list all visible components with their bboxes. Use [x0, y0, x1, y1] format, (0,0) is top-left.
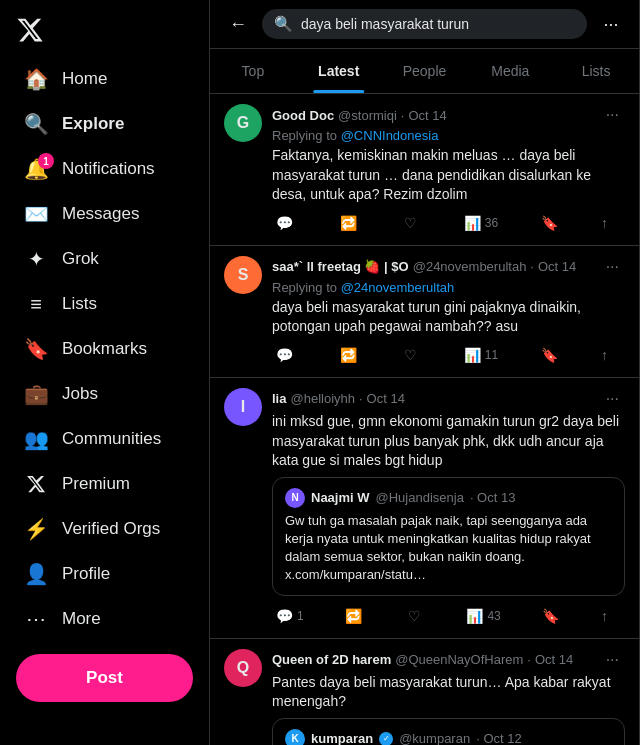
premium-icon — [24, 472, 48, 496]
tab-latest[interactable]: Latest — [296, 49, 382, 93]
sidebar-item-grok[interactable]: ✦ Grok — [8, 237, 201, 281]
tab-lists[interactable]: Lists — [553, 49, 639, 93]
sidebar: 🏠 Home 🔍 Explore 🔔 Notifications 1 ✉️ Me… — [0, 0, 210, 745]
reply-button[interactable]: 💬 1 — [272, 604, 308, 628]
bookmark-icon: 🔖 — [541, 215, 558, 231]
notifications-label: Notifications — [62, 159, 155, 179]
share-button[interactable]: ↑ — [597, 211, 612, 235]
jobs-label: Jobs — [62, 384, 98, 404]
tweet-text: Faktanya, kemiskinan makin meluas … daya… — [272, 146, 625, 205]
more-label: More — [62, 609, 101, 629]
views-button[interactable]: 📊 43 — [462, 604, 504, 628]
tweet-options-button[interactable]: ··· — [600, 388, 625, 410]
tweet-avatar: I — [224, 388, 262, 426]
views-icon: 📊 — [464, 347, 481, 363]
views-icon: 📊 — [464, 215, 481, 231]
sidebar-item-bookmarks[interactable]: 🔖 Bookmarks — [8, 327, 201, 371]
tweet-handle: @QueenNayOfHarem — [395, 652, 523, 667]
more-icon: ⋯ — [24, 607, 48, 631]
sidebar-item-messages[interactable]: ✉️ Messages — [8, 192, 201, 236]
retweet-icon: 🔁 — [345, 608, 362, 624]
home-icon: 🏠 — [24, 67, 48, 91]
quoted-avatar: N — [285, 488, 305, 508]
bookmark-button[interactable]: 🔖 — [537, 343, 562, 367]
retweet-button[interactable]: 🔁 — [336, 211, 365, 235]
sidebar-item-communities[interactable]: 👥 Communities — [8, 417, 201, 461]
reply-to-handle[interactable]: @24novemberultah — [341, 280, 455, 295]
retweet-button[interactable]: 🔁 — [336, 343, 365, 367]
quoted-handle: @Hujandisenja — [376, 490, 464, 505]
tweet-name: lia — [272, 391, 286, 406]
tweet-handle: @stormiqi — [338, 108, 397, 123]
share-icon: ↑ — [601, 608, 608, 624]
sidebar-item-lists[interactable]: ≡ Lists — [8, 282, 201, 326]
communities-label: Communities — [62, 429, 161, 449]
tweet-meta: saa*` ll freetag 🍓 | $O @24novemberultah… — [272, 259, 576, 274]
sidebar-item-notifications[interactable]: 🔔 Notifications 1 — [8, 147, 201, 191]
sidebar-item-more[interactable]: ⋯ More — [8, 597, 201, 641]
reply-icon: 💬 — [276, 608, 293, 624]
quoted-date: · Oct 13 — [470, 490, 516, 505]
tweet-content: lia @helloiyhh · Oct 14 ··· ini mksd gue… — [272, 388, 625, 628]
share-button[interactable]: ↑ — [597, 604, 612, 628]
tweet-feed: G Good Doc @stormiqi · Oct 14 ··· Replyi… — [210, 94, 639, 745]
quoted-name: Naajmi W — [311, 490, 370, 505]
post-button[interactable]: Post — [16, 654, 193, 702]
grok-label: Grok — [62, 249, 99, 269]
tweet-name: Good Doc — [272, 108, 334, 123]
views-icon: 📊 — [466, 608, 483, 624]
tweet-avatar: Q — [224, 649, 262, 687]
sidebar-item-jobs[interactable]: 💼 Jobs — [8, 372, 201, 416]
verified-badge: ✓ — [379, 732, 393, 745]
tweet-text: Pantes daya beli masyarakat turun… Apa k… — [272, 673, 625, 712]
tweet-options-button[interactable]: ··· — [600, 256, 625, 278]
back-button[interactable]: ← — [222, 8, 254, 40]
tweet-text: daya beli masyarakat turun gini pajaknya… — [272, 298, 625, 337]
tweet-date: Oct 14 — [538, 259, 576, 274]
share-icon: ↑ — [601, 347, 608, 363]
tab-top[interactable]: Top — [210, 49, 296, 93]
sidebar-item-explore[interactable]: 🔍 Explore — [8, 102, 201, 146]
reply-to-handle[interactable]: @CNNIndonesia — [341, 128, 439, 143]
bookmark-button[interactable]: 🔖 — [537, 211, 562, 235]
tweet-options-button[interactable]: ··· — [600, 104, 625, 126]
sidebar-item-profile[interactable]: 👤 Profile — [8, 552, 201, 596]
tab-media[interactable]: Media — [467, 49, 553, 93]
views-button[interactable]: 📊 36 — [460, 211, 502, 235]
communities-icon: 👥 — [24, 427, 48, 451]
tweet-content: Good Doc @stormiqi · Oct 14 ··· Replying… — [272, 104, 625, 235]
like-button[interactable]: ♡ — [400, 211, 425, 235]
tweet-date: Oct 14 — [535, 652, 573, 667]
more-options-button[interactable]: ··· — [595, 8, 627, 40]
search-bar-container[interactable]: 🔍 — [262, 9, 587, 39]
heart-icon: ♡ — [404, 347, 417, 363]
search-input[interactable] — [301, 16, 575, 32]
sidebar-item-home[interactable]: 🏠 Home — [8, 57, 201, 101]
like-button[interactable]: ♡ — [404, 604, 429, 628]
explore-icon: 🔍 — [24, 112, 48, 136]
logo[interactable] — [0, 8, 209, 52]
quoted-handle: @kumparan — [399, 731, 470, 745]
quoted-tweet[interactable]: K kumparan ✓ @kumparan · Oct 12 Ditjen P… — [272, 718, 625, 745]
sidebar-item-verified-orgs[interactable]: ⚡ Verified Orgs — [8, 507, 201, 551]
views-button[interactable]: 📊 11 — [460, 343, 502, 367]
premium-label: Premium — [62, 474, 130, 494]
bookmark-button[interactable]: 🔖 — [538, 604, 563, 628]
share-button[interactable]: ↑ — [597, 343, 612, 367]
tab-people[interactable]: People — [382, 49, 468, 93]
share-icon: ↑ — [601, 215, 608, 231]
verified-orgs-icon: ⚡ — [24, 517, 48, 541]
tweet-header: lia @helloiyhh · Oct 14 ··· — [272, 388, 625, 410]
retweet-button[interactable]: 🔁 — [341, 604, 370, 628]
tweet-options-button[interactable]: ··· — [600, 649, 625, 671]
profile-label: Profile — [62, 564, 110, 584]
tweet-avatar: G — [224, 104, 262, 142]
quoted-date: · Oct 12 — [476, 731, 522, 745]
sidebar-item-premium[interactable]: Premium — [8, 462, 201, 506]
like-button[interactable]: ♡ — [400, 343, 425, 367]
lists-label: Lists — [62, 294, 97, 314]
quoted-tweet[interactable]: N Naajmi W @Hujandisenja · Oct 13 Gw tuh… — [272, 477, 625, 596]
reply-button[interactable]: 💬 — [272, 343, 301, 367]
reply-button[interactable]: 💬 — [272, 211, 301, 235]
main-content: ← 🔍 ··· TopLatestPeopleMediaLists G Good… — [210, 0, 640, 745]
